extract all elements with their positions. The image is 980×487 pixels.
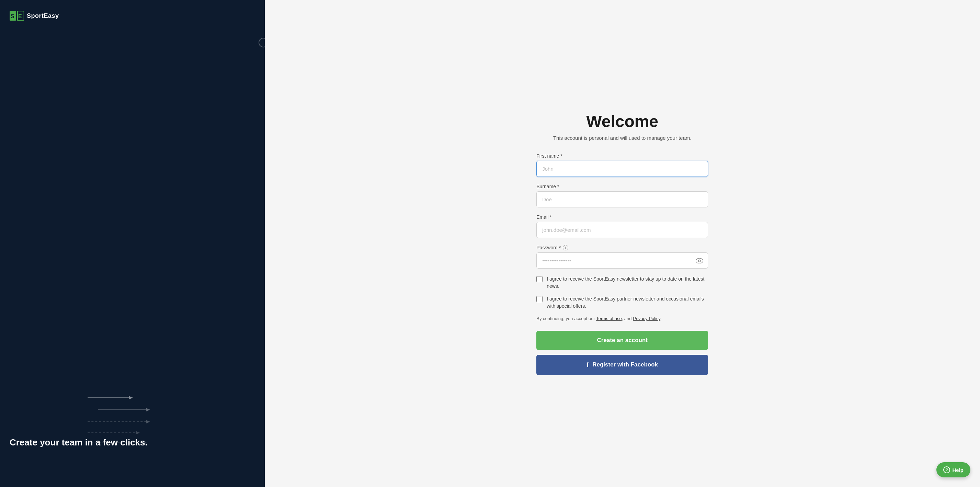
terms-of-use-link[interactable]: Terms of use	[596, 316, 622, 321]
email-label: Email *	[536, 214, 708, 220]
deco-lines	[0, 377, 265, 446]
facebook-icon: f	[587, 361, 589, 369]
password-group: Password * i	[536, 245, 708, 269]
deco-circle	[259, 38, 265, 48]
email-input[interactable]	[536, 222, 708, 238]
svg-text:E: E	[18, 13, 22, 19]
logo-icon: S E	[10, 11, 24, 21]
first-name-input[interactable]	[536, 161, 708, 177]
terms-text: By continuing, you accept our Terms of u…	[536, 315, 708, 323]
facebook-register-button[interactable]: f Register with Facebook	[536, 355, 708, 375]
logo-area: S E SportEasy	[10, 11, 255, 21]
page-subtitle: This account is personal and will used t…	[536, 135, 708, 141]
svg-text:S: S	[11, 13, 14, 19]
surname-input[interactable]	[536, 191, 708, 207]
password-label-row: Password * i	[536, 245, 708, 250]
logo-text: SportEasy	[27, 12, 59, 19]
left-panel: S E SportEasy Create your team in a few …	[0, 0, 265, 487]
partner-checkbox-group: I agree to receive the SportEasy partner…	[536, 295, 708, 310]
first-name-label: First name *	[536, 153, 708, 159]
partner-checkbox[interactable]	[536, 296, 542, 302]
svg-marker-5	[129, 396, 133, 399]
svg-marker-11	[136, 431, 140, 434]
create-account-button[interactable]: Create an account	[536, 331, 708, 350]
tagline: Create your team in a few clicks.	[10, 437, 255, 449]
newsletter-checkbox-label[interactable]: I agree to receive the SportEasy newslet…	[547, 275, 708, 290]
svg-marker-9	[146, 420, 150, 423]
password-label: Password *	[536, 245, 561, 250]
first-name-group: First name *	[536, 153, 708, 177]
surname-label: Surname *	[536, 184, 708, 189]
svg-marker-7	[146, 408, 150, 411]
info-icon: i	[563, 245, 568, 250]
help-label: Help	[952, 467, 964, 473]
help-button[interactable]: ? Help	[936, 462, 970, 477]
privacy-policy-link[interactable]: Privacy Policy	[633, 316, 660, 321]
facebook-button-label: Register with Facebook	[592, 361, 658, 368]
help-circle-icon: ?	[943, 466, 950, 473]
page-title: Welcome	[536, 112, 708, 131]
surname-group: Surname *	[536, 184, 708, 207]
newsletter-checkbox-group: I agree to receive the SportEasy newslet…	[536, 275, 708, 290]
form-container: Welcome This account is personal and wil…	[536, 112, 708, 375]
password-input[interactable]	[536, 252, 708, 269]
right-panel: Welcome This account is personal and wil…	[265, 0, 980, 487]
svg-point-14	[698, 259, 700, 262]
password-wrapper	[536, 252, 708, 269]
terms-prefix: By continuing, you accept our	[536, 316, 596, 321]
email-group: Email *	[536, 214, 708, 238]
terms-middle: , and	[622, 316, 633, 321]
partner-checkbox-label[interactable]: I agree to receive the SportEasy partner…	[547, 295, 708, 310]
newsletter-checkbox[interactable]	[536, 276, 542, 282]
terms-suffix: .	[660, 316, 662, 321]
password-toggle-button[interactable]	[696, 258, 703, 263]
